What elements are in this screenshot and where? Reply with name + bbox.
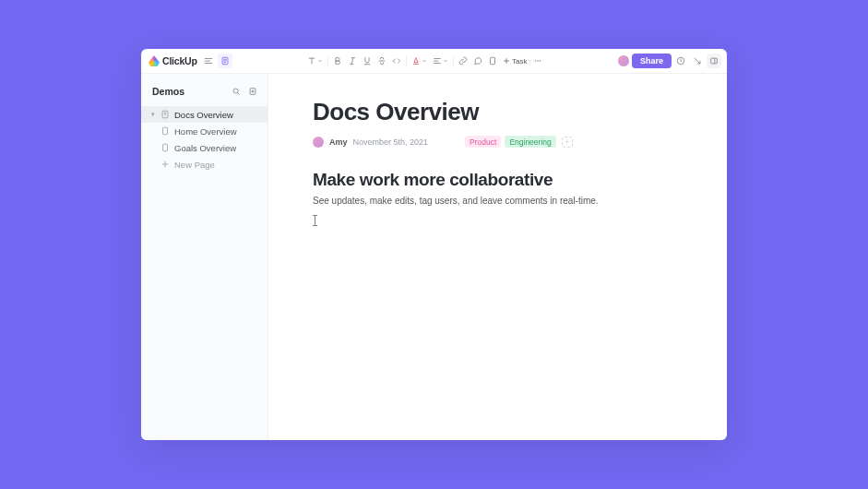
svg-rect-11 [163, 127, 168, 135]
panel-toggle-button[interactable] [707, 54, 721, 68]
page-icon [161, 126, 170, 136]
search-icon [232, 87, 241, 96]
sidebar: Demos ▾ Docs Overview ▸ Home Over [141, 74, 268, 440]
page-icon [161, 143, 170, 152]
sidebar-item-home-overview[interactable]: ▸ Home Overview [141, 123, 268, 139]
share-button[interactable]: Share [632, 54, 672, 68]
strikethrough-button[interactable] [375, 54, 389, 68]
doc-heading[interactable]: Make work more collaborative [313, 170, 683, 190]
text-cursor-icon [315, 215, 315, 226]
topbar: ClickUp [141, 49, 727, 74]
italic-button[interactable] [345, 54, 360, 68]
author-avatar[interactable] [313, 137, 324, 148]
add-tag-button[interactable]: + [562, 137, 573, 148]
expand-button[interactable] [690, 54, 705, 68]
bold-button[interactable] [330, 54, 345, 68]
document-editor[interactable]: Docs Overview Amy November 5th, 2021 Pro… [268, 74, 727, 440]
link-icon [458, 56, 468, 66]
task-label: Task [512, 57, 527, 66]
sidebar-new-page[interactable]: ▸ New Page [141, 156, 268, 173]
doc-meta-row: Amy November 5th, 2021 Product Engineeri… [313, 136, 683, 148]
svg-rect-2 [491, 57, 495, 65]
expand-icon [693, 56, 702, 66]
doc-date: November 5th, 2021 [353, 137, 429, 147]
underline-icon [363, 56, 372, 66]
chevron-down-icon [317, 58, 323, 64]
user-avatar[interactable] [617, 54, 630, 67]
svg-point-5 [539, 60, 541, 62]
new-doc-icon [248, 87, 257, 96]
clock-icon [676, 56, 685, 66]
code-icon [392, 56, 401, 66]
brand-name: ClickUp [162, 55, 197, 66]
author-name: Amy [329, 137, 348, 147]
sidebar-item-label: Docs Overview [174, 110, 233, 120]
document-icon [220, 56, 230, 66]
tag-product[interactable]: Product [465, 136, 501, 148]
sidebar-search-button[interactable] [229, 84, 244, 99]
plus-icon [161, 160, 170, 169]
text-type-icon [307, 56, 316, 66]
strikethrough-icon [377, 56, 386, 66]
doc-mode-button[interactable] [218, 54, 232, 68]
doc-icon [161, 110, 170, 119]
text-color-button[interactable] [409, 54, 430, 68]
page-icon [488, 56, 497, 66]
svg-point-8 [233, 89, 238, 93]
svg-point-3 [534, 60, 536, 62]
caret-down-icon[interactable]: ▾ [150, 111, 156, 118]
comment-button[interactable] [470, 54, 485, 68]
svg-point-4 [537, 60, 539, 62]
chevron-down-icon [422, 58, 427, 64]
plus-icon [503, 57, 510, 65]
clickup-logo-icon [149, 55, 160, 66]
text-color-icon [411, 56, 421, 66]
comment-icon [473, 56, 482, 66]
attachment-button[interactable] [485, 54, 500, 68]
history-button[interactable] [673, 54, 688, 68]
italic-icon [348, 56, 357, 66]
menu-icon [204, 56, 213, 66]
code-button[interactable] [389, 54, 404, 68]
sidebar-item-label: Goals Overview [174, 143, 236, 153]
new-page-label: New Page [174, 160, 215, 170]
sidebar-item-docs-overview[interactable]: ▾ Docs Overview [141, 106, 268, 123]
svg-rect-1 [413, 64, 419, 65]
sidebar-item-goals-overview[interactable]: ▸ Goals Overview [141, 139, 268, 156]
link-button[interactable] [456, 54, 470, 68]
align-left-icon [433, 56, 442, 66]
chevron-down-icon [443, 58, 448, 64]
svg-rect-12 [163, 144, 168, 151]
sidebar-new-button[interactable] [245, 84, 260, 99]
more-formatting-button[interactable] [530, 54, 545, 68]
doc-paragraph[interactable]: See updates, make edits, tag users, and … [313, 196, 683, 206]
app-window: ClickUp [141, 49, 727, 440]
bold-icon [333, 56, 342, 66]
tag-engineering[interactable]: Engineering [505, 136, 555, 148]
dots-icon [533, 56, 542, 66]
doc-title[interactable]: Docs Overview [313, 98, 683, 126]
sidebar-item-label: Home Overview [174, 126, 237, 137]
underline-button[interactable] [360, 54, 375, 68]
formatting-toolbar: Task [304, 54, 544, 68]
menu-toggle-button[interactable] [201, 54, 216, 68]
svg-rect-7 [711, 58, 718, 64]
brand-logo[interactable]: ClickUp [147, 55, 199, 66]
panel-icon [709, 56, 719, 66]
align-button[interactable] [430, 54, 451, 68]
add-task-button[interactable]: Task [500, 54, 529, 68]
sidebar-title: Demos [152, 86, 184, 97]
text-style-dropdown[interactable] [304, 54, 326, 68]
